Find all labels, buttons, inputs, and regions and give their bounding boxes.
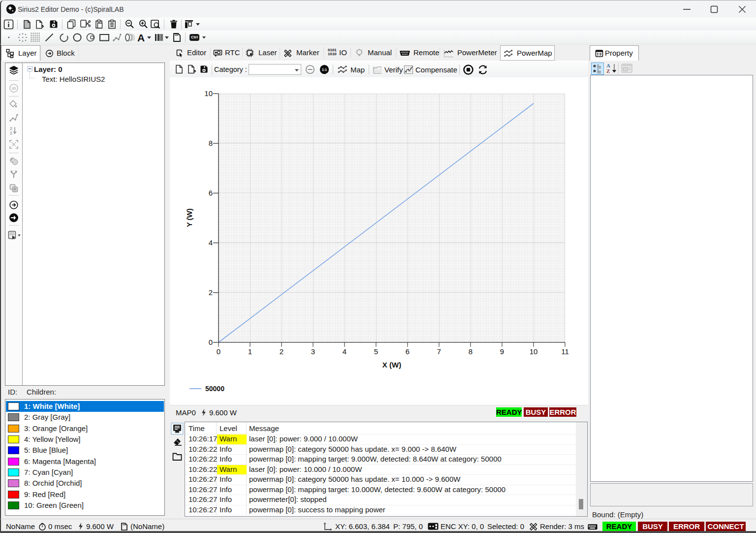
svg-text:1: 1 xyxy=(248,347,252,356)
svg-text:10: 10 xyxy=(204,89,213,98)
svg-text:X (W): X (W) xyxy=(382,361,401,369)
svg-text:2: 2 xyxy=(280,347,284,356)
svg-text:10: 10 xyxy=(530,347,538,356)
svg-text:6: 6 xyxy=(406,347,410,356)
svg-text:4: 4 xyxy=(343,347,346,356)
svg-text:5: 5 xyxy=(374,347,378,356)
svg-text:Y (W): Y (W) xyxy=(185,208,193,227)
svg-text:1:1: 1:1 xyxy=(322,68,327,71)
svg-text:0: 0 xyxy=(217,347,220,356)
svg-text:50000: 50000 xyxy=(205,385,224,393)
svg-text:7: 7 xyxy=(437,347,441,356)
svg-text:2: 2 xyxy=(209,288,213,297)
svg-text:1: 1 xyxy=(10,131,12,135)
svg-text:3D: 3D xyxy=(12,87,16,90)
svg-text:4: 4 xyxy=(209,238,213,247)
svg-text:6: 6 xyxy=(209,189,213,197)
svg-text:9: 9 xyxy=(500,347,504,356)
svg-text:3: 3 xyxy=(311,347,315,356)
svg-text:11: 11 xyxy=(561,347,569,356)
svg-text:8: 8 xyxy=(469,347,472,356)
svg-text:0: 0 xyxy=(209,338,213,346)
svg-text:8: 8 xyxy=(209,139,213,147)
